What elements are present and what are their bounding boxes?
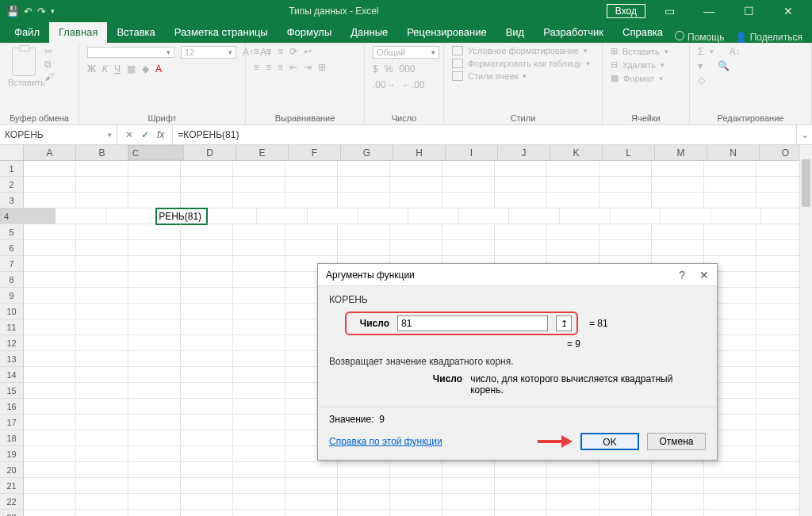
cell[interactable] [495,240,547,256]
cell[interactable] [652,193,704,208]
cell[interactable] [509,208,560,224]
row-header[interactable]: 15 [0,383,24,399]
tab-insert[interactable]: Вставка [107,22,164,43]
tab-layout[interactable]: Разметка страницы [165,22,278,43]
border-icon[interactable]: ▦ [127,63,136,75]
row-header[interactable]: 10 [0,304,24,319]
tab-review[interactable]: Рецензирование [397,22,496,43]
cell[interactable] [652,462,704,478]
cell[interactable] [181,335,233,351]
percent-icon[interactable]: % [385,63,393,75]
row-header[interactable]: 17 [0,415,24,430]
close-icon[interactable]: ✕ [772,5,804,17]
row-header[interactable]: 22 [0,494,24,510]
cancel-button[interactable]: Отмена [647,433,706,450]
cell[interactable] [704,510,756,516]
cell[interactable] [233,272,285,288]
cell[interactable] [128,383,181,399]
cell[interactable] [24,462,76,478]
cell[interactable] [233,256,285,272]
cell[interactable] [390,462,442,478]
fill-color-icon[interactable]: ◆ [142,63,149,75]
cell[interactable] [24,304,76,319]
cell[interactable] [285,224,338,240]
cell[interactable] [181,510,233,516]
cell[interactable] [390,193,442,208]
cell[interactable] [599,240,652,256]
row-header[interactable]: 11 [0,319,24,335]
cell[interactable] [704,177,756,193]
row-header[interactable]: 5 [0,224,24,240]
bold-button[interactable]: Ж [87,63,96,75]
cell[interactable] [76,319,128,335]
cell[interactable] [207,208,258,224]
cell[interactable] [24,351,76,367]
cell[interactable] [495,478,547,494]
cell[interactable] [442,224,495,240]
cell[interactable] [285,462,338,478]
conditional-formatting-button[interactable]: Условное форматирование▾ [452,46,588,55]
cell[interactable] [495,494,547,510]
cell[interactable] [390,510,442,516]
cell[interactable] [76,367,128,383]
cell[interactable] [181,399,233,415]
cell[interactable] [233,161,285,177]
find-icon[interactable]: 🔍 [718,60,730,71]
share-button[interactable]: 👤 Поделиться [735,32,802,43]
cell[interactable] [128,240,181,256]
ok-button[interactable]: OK [580,433,639,450]
cell[interactable] [233,399,285,415]
cell[interactable] [495,224,547,240]
cell[interactable] [181,351,233,367]
cell[interactable] [181,446,233,462]
row-header[interactable]: 20 [0,462,24,478]
cell[interactable] [285,193,338,208]
tell-me[interactable]: Помощь [675,31,724,43]
cell[interactable] [599,177,652,193]
copy-icon[interactable]: ⧉ [44,59,54,70]
cell[interactable] [181,193,233,208]
cell-styles-button[interactable]: Стили ячеек▾ [452,71,527,81]
cell[interactable] [495,462,547,478]
cell[interactable] [24,161,76,177]
cell[interactable]: РЕНЬ(81) [156,208,207,224]
cell[interactable] [547,161,599,177]
cell[interactable] [76,224,128,240]
cell[interactable] [128,193,181,208]
delete-cells-button[interactable]: ⊟Удалить▾ [611,59,665,70]
cell[interactable] [24,224,76,240]
cell[interactable] [442,193,495,208]
cell[interactable] [24,399,76,415]
row-header[interactable]: 16 [0,399,24,415]
format-cells-button[interactable]: ▦Формат▾ [611,73,663,83]
cell[interactable] [704,224,756,240]
cell[interactable] [233,304,285,319]
column-header[interactable]: F [289,145,341,160]
tab-developer[interactable]: Разработчик [534,22,613,43]
cell[interactable] [76,462,128,478]
number-format-select[interactable]: Общий▾ [373,46,439,59]
cell[interactable] [599,193,652,208]
cell[interactable] [181,272,233,288]
cell[interactable] [76,383,128,399]
cell[interactable] [233,288,285,304]
clear-icon[interactable]: ◇ [698,75,705,86]
dialog-help-icon[interactable]: ? [679,269,685,281]
tab-formulas[interactable]: Формулы [278,22,342,43]
cell[interactable] [285,510,338,516]
cell[interactable] [495,161,547,177]
dialog-titlebar[interactable]: Аргументы функции ? ✕ [318,264,717,286]
cell[interactable] [106,208,157,224]
help-link[interactable]: Справка по этой функции [329,436,442,447]
cell[interactable] [233,177,285,193]
cell[interactable] [181,478,233,494]
row-header[interactable]: 7 [0,256,24,272]
cell[interactable] [128,161,181,177]
cell[interactable] [442,161,495,177]
cell[interactable] [128,399,181,415]
cell[interactable] [181,415,233,430]
row-header[interactable]: 1 [0,161,24,177]
cell[interactable] [599,510,652,516]
cell[interactable] [652,478,704,494]
cell[interactable] [24,446,76,462]
